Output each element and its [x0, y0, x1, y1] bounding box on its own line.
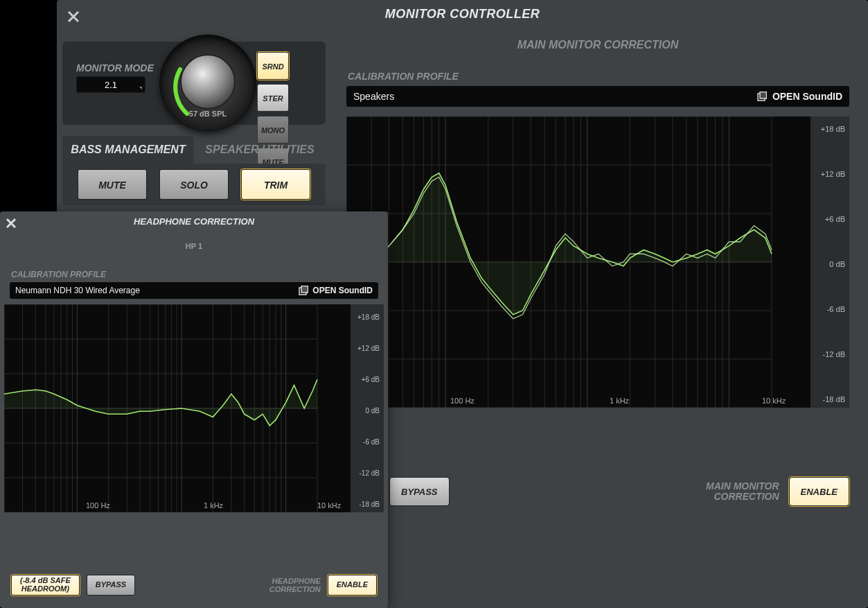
- freq-label-1khz: 1 kHz: [204, 501, 223, 510]
- titlebar: MONITOR CONTROLLER: [57, 0, 868, 28]
- calibration-profile-label: CALIBRATION PROFILE: [334, 65, 862, 86]
- volume-knob[interactable]: 57 dB SPL: [159, 35, 256, 132]
- hp-calibration-label: CALIBRATION PROFILE: [0, 264, 388, 282]
- close-icon[interactable]: [65, 6, 82, 22]
- monitor-panel: MONITOR MODE 2.1 57 dB SPL SRND STER MON…: [62, 42, 326, 125]
- main-correction-panel: MAIN MONITOR CORRECTION CALIBRATION PROF…: [334, 33, 862, 519]
- freq-label-100hz: 100 Hz: [86, 501, 110, 510]
- hp-titlebar: HEADPHONE CORRECTION: [0, 211, 388, 232]
- db-scale: +18 dB+12 dB+6 dB0 dB-6 dB-12 dB-18 dB: [351, 304, 384, 512]
- headphone-correction-window: HEADPHONE CORRECTION HP 1 CALIBRATION PR…: [0, 211, 388, 608]
- svg-rect-3: [760, 92, 767, 99]
- ster-button[interactable]: STER: [257, 84, 289, 112]
- bass-mute-button[interactable]: MUTE: [78, 169, 147, 200]
- volume-readout: 57 dB SPL: [159, 110, 256, 118]
- hp-open-soundid-button[interactable]: OPEN SoundID: [299, 286, 373, 295]
- bass-solo-button[interactable]: SOLO: [159, 169, 229, 200]
- hp-safe-headroom-button[interactable]: (-8.4 dB SAFE HEADROOM): [11, 575, 80, 596]
- freq-label-100hz: 100 Hz: [450, 397, 475, 405]
- monitor-mode-select[interactable]: 2.1: [76, 76, 145, 93]
- tab-bass-management[interactable]: BASS MANAGEMENT: [62, 136, 194, 164]
- svg-rect-42: [301, 286, 308, 293]
- srnd-button[interactable]: SRND: [257, 52, 289, 80]
- bypass-button[interactable]: BYPASS: [389, 477, 450, 506]
- monitor-mode-label: MONITOR MODE: [76, 62, 154, 73]
- hp-bypass-button[interactable]: BYPASS: [87, 575, 135, 596]
- hp-correction-chart: +18 dB+12 dB+6 dB0 dB-6 dB-12 dB-18 dB 1…: [4, 304, 384, 512]
- calibration-profile-select[interactable]: Speakers OPEN SoundID: [346, 86, 849, 107]
- bass-trim-button[interactable]: TRIM: [241, 169, 310, 200]
- hp-calibration-profile-select[interactable]: Neumann NDH 30 Wired Average OPEN SoundI…: [10, 282, 378, 299]
- window-title: MONITOR CONTROLLER: [385, 7, 540, 21]
- hp-profile-name: Neumann NDH 30 Wired Average: [15, 286, 140, 295]
- hp-correction-label: HEADPHONE CORRECTION: [269, 577, 321, 593]
- correction-label: MAIN MONITOR CORRECTION: [706, 481, 779, 503]
- hp-channel-label: HP 1: [0, 232, 388, 264]
- freq-label-10khz: 10 kHz: [317, 501, 341, 510]
- enable-button[interactable]: ENABLE: [789, 477, 849, 506]
- open-soundid-button[interactable]: OPEN SoundID: [757, 91, 842, 102]
- bass-management-buttons: MUTE SOLO TRIM: [62, 164, 326, 205]
- freq-label-1khz: 1 kHz: [610, 397, 629, 405]
- db-scale: +18 dB+12 dB+6 dB0 dB-6 dB-12 dB-18 dB: [811, 116, 849, 408]
- external-link-icon: [757, 92, 767, 101]
- freq-label-10khz: 10 kHz: [762, 397, 786, 405]
- tab-speaker-utilities[interactable]: SPEAKER UTILITIES: [194, 136, 326, 164]
- correction-title: MAIN MONITOR CORRECTION: [334, 33, 862, 65]
- external-link-icon: [299, 286, 308, 295]
- close-icon[interactable]: [6, 216, 17, 236]
- main-correction-chart: +18 dB+12 dB+6 dB0 dB-6 dB-12 dB-18 dB 1…: [346, 116, 849, 408]
- profile-name: Speakers: [353, 91, 394, 102]
- hp-enable-button[interactable]: ENABLE: [328, 575, 377, 596]
- hp-window-title: HEADPHONE CORRECTION: [134, 216, 254, 227]
- left-tabs: BASS MANAGEMENT SPEAKER UTILITIES: [62, 136, 326, 164]
